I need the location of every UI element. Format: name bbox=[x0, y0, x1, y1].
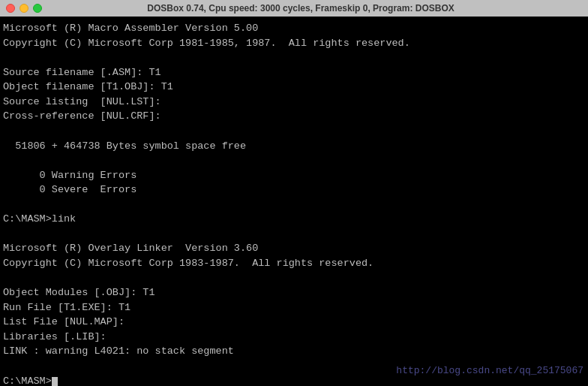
terminal-line: 0 Warning Errors bbox=[3, 168, 585, 183]
terminal-screen[interactable]: Microsoft (R) Macro Assembler Version 5.… bbox=[0, 17, 588, 386]
terminal-line: Copyright (C) Microsoft Corp 1981-1985, … bbox=[3, 36, 585, 51]
terminal-line: Source listing [NUL.LST]: bbox=[3, 95, 585, 110]
watermark: http://blog.csdn.net/qq_25175067 bbox=[396, 364, 584, 378]
terminal-line: 51806 + 464738 Bytes symbol space free bbox=[3, 139, 585, 154]
terminal-line: Microsoft (R) Macro Assembler Version 5.… bbox=[3, 21, 585, 36]
terminal-line bbox=[3, 153, 585, 168]
close-button[interactable] bbox=[6, 4, 15, 13]
terminal-line bbox=[3, 198, 585, 213]
terminal-line: LINK : warning L4021: no stack segment bbox=[3, 344, 585, 359]
terminal-line bbox=[3, 124, 585, 139]
terminal-line: Source filename [.ASM]: T1 bbox=[3, 65, 585, 80]
terminal-line: C:\MASM>link bbox=[3, 212, 585, 227]
terminal-line: Microsoft (R) Overlay Linker Version 3.6… bbox=[3, 241, 585, 256]
terminal-line: Copyright (C) Microsoft Corp 1983-1987. … bbox=[3, 256, 585, 271]
terminal-line: Run File [T1.EXE]: T1 bbox=[3, 300, 585, 315]
terminal-line: Object filename [T1.OBJ]: T1 bbox=[3, 80, 585, 95]
terminal-line: Cross-reference [NUL.CRF]: bbox=[3, 109, 585, 124]
titlebar: DOSBox 0.74, Cpu speed: 3000 cycles, Fra… bbox=[0, 0, 588, 17]
terminal-line bbox=[3, 271, 585, 286]
terminal-output: Microsoft (R) Macro Assembler Version 5.… bbox=[3, 21, 585, 386]
terminal-line: Object Modules [.OBJ]: T1 bbox=[3, 285, 585, 300]
terminal-line: 0 Severe Errors bbox=[3, 182, 585, 198]
cursor bbox=[52, 377, 58, 387]
terminal-line: Libraries [.LIB]: bbox=[3, 330, 585, 345]
dosbox-window: DOSBox 0.74, Cpu speed: 3000 cycles, Fra… bbox=[0, 0, 588, 386]
terminal-line bbox=[3, 50, 585, 65]
terminal-line bbox=[3, 227, 585, 242]
terminal-line: List File [NUL.MAP]: bbox=[3, 315, 585, 330]
window-title: DOSBox 0.74, Cpu speed: 3000 cycles, Fra… bbox=[20, 3, 582, 14]
